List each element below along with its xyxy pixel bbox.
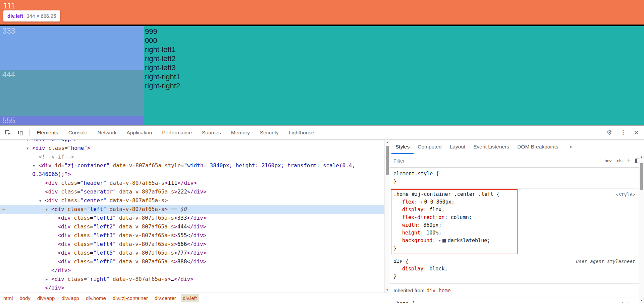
tab-event-listeners[interactable]: Event Listeners — [469, 140, 513, 154]
breadcrumb-item-app2[interactable]: div#app — [59, 294, 81, 302]
tree-row[interactable]: ▼<div class="home"> — [0, 144, 384, 153]
tab-layout[interactable]: Layout — [446, 140, 470, 154]
tab-security[interactable]: Security — [255, 126, 284, 139]
tree-row[interactable]: </div> — [0, 266, 384, 275]
tree-row[interactable]: <div class="left1" data-v-807af65a-s>333… — [0, 214, 384, 222]
stylesheet-link[interactable]: <style> — [615, 300, 635, 303]
elements-tree: ▼<div id="app">▼<div class="home"><!--v-… — [0, 140, 384, 293]
scroll-down-arrow-icon[interactable]: ▼ — [385, 289, 390, 292]
css-rule-close-brace: } — [393, 273, 635, 280]
tab-lighthouse[interactable]: Lighthouse — [284, 126, 319, 139]
tree-row[interactable]: …▼<div class="left" data-v-807af65a-s> =… — [0, 205, 384, 214]
css-selector: element.style { — [393, 170, 635, 178]
element-classes-button[interactable]: .cls — [616, 158, 623, 163]
element-style-section[interactable]: element.style {} — [390, 168, 639, 188]
collapse-arrow-icon[interactable]: ▼ — [26, 144, 32, 153]
devtools-body: ▼<div id="app">▼<div class="home"><!--v-… — [0, 140, 644, 303]
tree-row[interactable]: 0.346065);"> — [0, 170, 384, 179]
expand-shorthand-icon[interactable]: ▶ — [421, 198, 422, 206]
breadcrumb-item-app[interactable]: div#app — [35, 294, 57, 302]
new-style-rule-button[interactable]: + — [627, 156, 631, 164]
css-property[interactable]: width: 860px; — [393, 221, 635, 229]
tree-row[interactable]: <!--v-if--> — [0, 153, 384, 161]
scroll-up-arrow-icon[interactable]: ▲ — [639, 156, 644, 159]
toolbar-right-icons: ⚙ ⋮ × — [606, 126, 644, 139]
close-devtools-icon[interactable]: × — [634, 129, 639, 136]
styles-filter-input[interactable] — [393, 158, 599, 164]
page-text-line: right-right1 — [145, 72, 644, 81]
tab-console[interactable]: Console — [63, 126, 93, 139]
collapse-arrow-icon[interactable]: ▼ — [33, 162, 39, 170]
css-rule-close-brace: } — [393, 245, 635, 252]
tree-row[interactable]: ▼<div id="zj-container" data-v-807af65a … — [0, 161, 384, 170]
page-content: 333 444 555 999 000 right-left1 right-le… — [0, 26, 644, 125]
device-toolbar-icon[interactable] — [17, 129, 24, 136]
tab-network[interactable]: Network — [93, 126, 122, 139]
scroll-down-arrow-icon[interactable]: ▼ — [639, 299, 644, 302]
tree-row[interactable]: ▼<div id="app"> — [0, 140, 384, 144]
css-rule-home[interactable]: <style> .home { — [390, 298, 639, 303]
css-property[interactable]: background: ▶darkslateblue; — [393, 237, 635, 245]
breadcrumb-item-center[interactable]: div.center — [153, 294, 178, 302]
tree-row[interactable]: <div class="left2" data-v-807af65a-s>444… — [0, 222, 384, 231]
inherited-from-label: Inherited from — [393, 288, 425, 293]
page-text-line: right-left2 — [145, 54, 644, 63]
tree-row[interactable]: ▶<div class="right" data-v-807af65a-s>…<… — [0, 275, 384, 284]
tab-elements[interactable]: Elements — [32, 126, 63, 139]
breadcrumb-item-zj-container[interactable]: div#zj-container — [111, 294, 150, 302]
tree-row[interactable]: <div class="left6" data-v-807af65a-s>888… — [0, 257, 384, 266]
tree-row[interactable]: <div class="left3" data-v-807af65a-s>555… — [0, 231, 384, 240]
css-selector: .home { — [393, 300, 635, 303]
settings-gear-icon[interactable]: ⚙ — [606, 129, 612, 136]
stylesheet-link[interactable]: <style> — [615, 191, 635, 199]
page-header-block: 111 div.left 344 × 686.25 — [0, 0, 644, 25]
collapse-arrow-icon[interactable]: ▼ — [46, 205, 51, 214]
breadcrumb-item-body[interactable]: body — [17, 294, 33, 302]
tab-performance[interactable]: Performance — [157, 126, 197, 139]
css-property[interactable]: height: 100%; — [393, 229, 635, 237]
styles-filter-bar: :hov .cls + — [390, 154, 644, 168]
inherited-node-link[interactable]: div.home — [427, 288, 451, 294]
tab-dom-breakpoints[interactable]: DOM Breakpoints — [513, 140, 562, 154]
scroll-up-arrow-icon[interactable]: ▲ — [385, 141, 390, 144]
tab-memory[interactable]: Memory — [226, 126, 255, 139]
row-menu-icon[interactable]: … — [2, 204, 6, 213]
tree-row[interactable]: ▼<div class="center" data-v-807af65a-s> — [0, 196, 384, 205]
css-property[interactable]: display: flex; — [393, 206, 635, 214]
scrollbar-thumb[interactable] — [386, 146, 389, 175]
css-rule-left[interactable]: <style> .home #zj-container .center .lef… — [390, 188, 639, 255]
css-property[interactable]: flex: ▶0 0 860px; — [393, 198, 635, 206]
breadcrumb-item-left[interactable]: div.left — [181, 294, 199, 302]
css-rule-div-user-agent[interactable]: user agent stylesheet div {display: bloc… — [390, 255, 639, 284]
tab-computed[interactable]: Computed — [414, 140, 446, 154]
tree-row[interactable]: <div class="left4" data-v-807af65a-s>666… — [0, 240, 384, 249]
tree-row[interactable]: <div class="left5" data-v-807af65a-s>777… — [0, 249, 384, 257]
tree-row[interactable]: </div> — [0, 284, 384, 292]
css-property[interactable]: display: block; — [393, 265, 635, 273]
inspect-element-icon[interactable] — [4, 129, 11, 136]
expand-arrow-icon[interactable]: ▶ — [46, 275, 51, 284]
toolbar-left-icons — [0, 126, 27, 139]
styles-scrollbar[interactable]: ▲ ▼ — [639, 155, 644, 303]
tree-row[interactable]: <div class="separator" data-v-807af65a-s… — [0, 187, 384, 196]
tab-styles[interactable]: Styles — [391, 140, 414, 154]
kebab-menu-icon[interactable]: ⋮ — [620, 129, 626, 136]
css-property[interactable]: flex-direction: column; — [393, 214, 635, 221]
tree-row[interactable]: <div class="header" data-v-807af65a-s>11… — [0, 179, 384, 187]
tab-sources[interactable]: Sources — [197, 126, 226, 139]
color-swatch[interactable] — [442, 239, 446, 243]
tab-application[interactable]: Application — [121, 126, 157, 139]
box-label: 555 — [2, 116, 15, 125]
expand-shorthand-icon[interactable]: ▶ — [439, 237, 440, 245]
breadcrumb-item-home[interactable]: div.home — [84, 294, 108, 302]
elements-scrollbar[interactable]: ▲ ▼ — [384, 140, 390, 293]
screen: 111 div.left 344 × 686.25 333 444 555 99… — [0, 0, 644, 303]
scrollbar-thumb[interactable] — [640, 163, 643, 190]
breadcrumb-item-html[interactable]: html — [1, 294, 15, 302]
browser-page: 111 div.left 344 × 686.25 333 444 555 99… — [0, 0, 644, 125]
collapse-arrow-icon[interactable]: ▼ — [39, 197, 45, 205]
devtools-panel: Elements Console Network Application Per… — [0, 125, 644, 303]
more-tabs-icon[interactable]: » — [565, 140, 577, 154]
box-label: 333 — [2, 27, 15, 35]
toggle-element-state-button[interactable]: :hov — [603, 158, 612, 163]
